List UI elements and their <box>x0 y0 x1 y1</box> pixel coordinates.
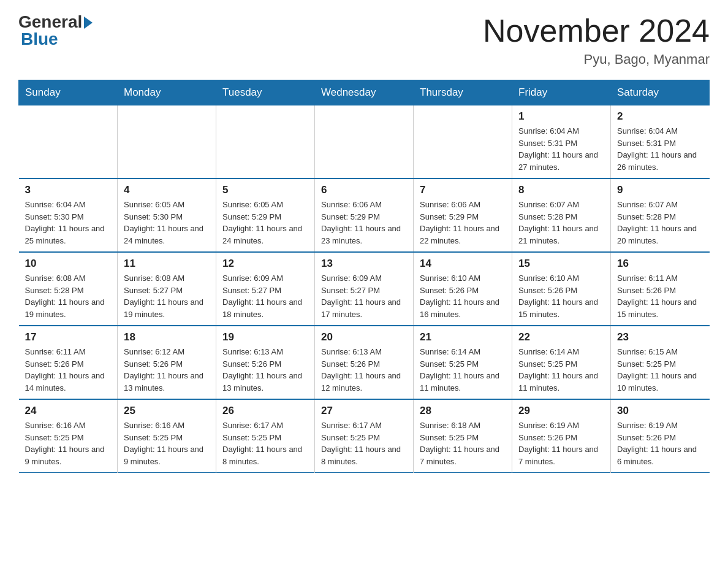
calendar-cell: 7Sunrise: 6:06 AMSunset: 5:29 PMDaylight… <box>414 178 512 252</box>
calendar-cell: 27Sunrise: 6:17 AMSunset: 5:25 PMDayligh… <box>315 399 414 473</box>
calendar-cell <box>118 105 216 179</box>
day-info: Sunrise: 6:08 AMSunset: 5:28 PMDaylight:… <box>25 272 112 320</box>
day-number: 11 <box>124 258 210 270</box>
day-info: Sunrise: 6:05 AMSunset: 5:29 PMDaylight:… <box>222 199 308 247</box>
weekday-header-tuesday: Tuesday <box>216 80 315 105</box>
day-info: Sunrise: 6:19 AMSunset: 5:26 PMDaylight:… <box>518 419 604 467</box>
calendar-cell: 19Sunrise: 6:13 AMSunset: 5:26 PMDayligh… <box>216 326 315 399</box>
week-row-1: 1Sunrise: 6:04 AMSunset: 5:31 PMDaylight… <box>19 105 710 179</box>
day-number: 1 <box>518 110 604 123</box>
calendar-cell: 25Sunrise: 6:16 AMSunset: 5:25 PMDayligh… <box>118 399 216 473</box>
weekday-header-sunday: Sunday <box>19 80 118 105</box>
day-number: 25 <box>124 405 210 417</box>
day-info: Sunrise: 6:11 AMSunset: 5:26 PMDaylight:… <box>25 346 112 394</box>
day-info: Sunrise: 6:17 AMSunset: 5:25 PMDaylight:… <box>321 419 407 467</box>
day-number: 13 <box>321 258 407 270</box>
calendar-cell: 3Sunrise: 6:04 AMSunset: 5:30 PMDaylight… <box>19 178 118 252</box>
calendar-cell: 28Sunrise: 6:18 AMSunset: 5:25 PMDayligh… <box>414 399 512 473</box>
calendar-cell: 16Sunrise: 6:11 AMSunset: 5:26 PMDayligh… <box>611 252 710 326</box>
day-info: Sunrise: 6:10 AMSunset: 5:26 PMDaylight:… <box>420 272 506 320</box>
calendar-cell: 23Sunrise: 6:15 AMSunset: 5:25 PMDayligh… <box>611 326 710 399</box>
day-info: Sunrise: 6:09 AMSunset: 5:27 PMDaylight:… <box>321 272 407 320</box>
calendar-cell <box>216 105 315 179</box>
calendar-cell: 22Sunrise: 6:14 AMSunset: 5:25 PMDayligh… <box>512 326 611 399</box>
location-subtitle: Pyu, Bago, Myanmar <box>483 52 710 67</box>
day-info: Sunrise: 6:05 AMSunset: 5:30 PMDaylight:… <box>124 199 210 247</box>
day-number: 26 <box>222 405 308 417</box>
day-number: 29 <box>518 405 604 417</box>
calendar-cell: 17Sunrise: 6:11 AMSunset: 5:26 PMDayligh… <box>19 326 118 399</box>
calendar-cell: 26Sunrise: 6:17 AMSunset: 5:25 PMDayligh… <box>216 399 315 473</box>
day-info: Sunrise: 6:11 AMSunset: 5:26 PMDaylight:… <box>617 272 703 320</box>
day-info: Sunrise: 6:14 AMSunset: 5:25 PMDaylight:… <box>420 346 506 394</box>
calendar-cell: 30Sunrise: 6:19 AMSunset: 5:26 PMDayligh… <box>611 399 710 473</box>
calendar-cell: 1Sunrise: 6:04 AMSunset: 5:31 PMDaylight… <box>512 105 611 179</box>
day-number: 8 <box>518 184 604 196</box>
calendar-cell: 8Sunrise: 6:07 AMSunset: 5:28 PMDaylight… <box>512 178 611 252</box>
calendar-cell: 20Sunrise: 6:13 AMSunset: 5:26 PMDayligh… <box>315 326 414 399</box>
day-number: 3 <box>25 184 112 196</box>
logo: General Blue <box>18 12 93 49</box>
day-info: Sunrise: 6:13 AMSunset: 5:26 PMDaylight:… <box>321 346 407 394</box>
calendar-cell <box>414 105 512 179</box>
day-info: Sunrise: 6:07 AMSunset: 5:28 PMDaylight:… <box>518 199 604 247</box>
calendar-cell <box>19 105 118 179</box>
day-number: 19 <box>222 331 308 343</box>
day-info: Sunrise: 6:07 AMSunset: 5:28 PMDaylight:… <box>617 199 703 247</box>
day-number: 9 <box>617 184 703 196</box>
day-number: 17 <box>25 331 112 343</box>
day-info: Sunrise: 6:16 AMSunset: 5:25 PMDaylight:… <box>25 419 112 467</box>
day-info: Sunrise: 6:13 AMSunset: 5:26 PMDaylight:… <box>222 346 308 394</box>
calendar-cell: 9Sunrise: 6:07 AMSunset: 5:28 PMDaylight… <box>611 178 710 252</box>
calendar-cell: 10Sunrise: 6:08 AMSunset: 5:28 PMDayligh… <box>19 252 118 326</box>
day-number: 14 <box>420 258 506 270</box>
day-number: 30 <box>617 405 703 417</box>
day-number: 10 <box>25 258 112 270</box>
weekday-header-friday: Friday <box>512 80 611 105</box>
day-info: Sunrise: 6:09 AMSunset: 5:27 PMDaylight:… <box>222 272 308 320</box>
day-number: 4 <box>124 184 210 196</box>
day-info: Sunrise: 6:18 AMSunset: 5:25 PMDaylight:… <box>420 419 506 467</box>
day-info: Sunrise: 6:06 AMSunset: 5:29 PMDaylight:… <box>420 199 506 247</box>
day-info: Sunrise: 6:19 AMSunset: 5:26 PMDaylight:… <box>617 419 703 467</box>
month-year-title: November 2024 <box>483 12 710 49</box>
day-info: Sunrise: 6:04 AMSunset: 5:31 PMDaylight:… <box>617 125 703 173</box>
day-info: Sunrise: 6:15 AMSunset: 5:25 PMDaylight:… <box>617 346 703 394</box>
day-number: 15 <box>518 258 604 270</box>
weekday-header-row: SundayMondayTuesdayWednesdayThursdayFrid… <box>19 80 710 105</box>
day-info: Sunrise: 6:12 AMSunset: 5:26 PMDaylight:… <box>124 346 210 394</box>
calendar-cell: 21Sunrise: 6:14 AMSunset: 5:25 PMDayligh… <box>414 326 512 399</box>
calendar-cell: 6Sunrise: 6:06 AMSunset: 5:29 PMDaylight… <box>315 178 414 252</box>
calendar-cell: 18Sunrise: 6:12 AMSunset: 5:26 PMDayligh… <box>118 326 216 399</box>
day-info: Sunrise: 6:04 AMSunset: 5:31 PMDaylight:… <box>518 125 604 173</box>
logo-blue-text: Blue <box>21 29 58 49</box>
calendar-cell: 12Sunrise: 6:09 AMSunset: 5:27 PMDayligh… <box>216 252 315 326</box>
day-number: 28 <box>420 405 506 417</box>
day-info: Sunrise: 6:08 AMSunset: 5:27 PMDaylight:… <box>124 272 210 320</box>
calendar-cell <box>315 105 414 179</box>
weekday-header-thursday: Thursday <box>414 80 512 105</box>
day-number: 6 <box>321 184 407 196</box>
day-number: 22 <box>518 331 604 343</box>
calendar-cell: 11Sunrise: 6:08 AMSunset: 5:27 PMDayligh… <box>118 252 216 326</box>
day-number: 16 <box>617 258 703 270</box>
calendar-cell: 24Sunrise: 6:16 AMSunset: 5:25 PMDayligh… <box>19 399 118 473</box>
calendar-cell: 13Sunrise: 6:09 AMSunset: 5:27 PMDayligh… <box>315 252 414 326</box>
calendar-cell: 15Sunrise: 6:10 AMSunset: 5:26 PMDayligh… <box>512 252 611 326</box>
day-number: 27 <box>321 405 407 417</box>
day-info: Sunrise: 6:04 AMSunset: 5:30 PMDaylight:… <box>25 199 112 247</box>
day-info: Sunrise: 6:16 AMSunset: 5:25 PMDaylight:… <box>124 419 210 467</box>
day-number: 18 <box>124 331 210 343</box>
calendar-cell: 4Sunrise: 6:05 AMSunset: 5:30 PMDaylight… <box>118 178 216 252</box>
weekday-header-monday: Monday <box>118 80 216 105</box>
day-number: 23 <box>617 331 703 343</box>
page-header: General Blue November 2024 Pyu, Bago, My… <box>18 12 710 67</box>
weekday-header-saturday: Saturday <box>611 80 710 105</box>
day-number: 12 <box>222 258 308 270</box>
week-row-4: 17Sunrise: 6:11 AMSunset: 5:26 PMDayligh… <box>19 326 710 399</box>
title-section: November 2024 Pyu, Bago, Myanmar <box>483 12 710 67</box>
calendar-table: SundayMondayTuesdayWednesdayThursdayFrid… <box>18 80 710 473</box>
calendar-cell: 2Sunrise: 6:04 AMSunset: 5:31 PMDaylight… <box>611 105 710 179</box>
day-info: Sunrise: 6:14 AMSunset: 5:25 PMDaylight:… <box>518 346 604 394</box>
logo-arrow-icon <box>84 17 93 29</box>
